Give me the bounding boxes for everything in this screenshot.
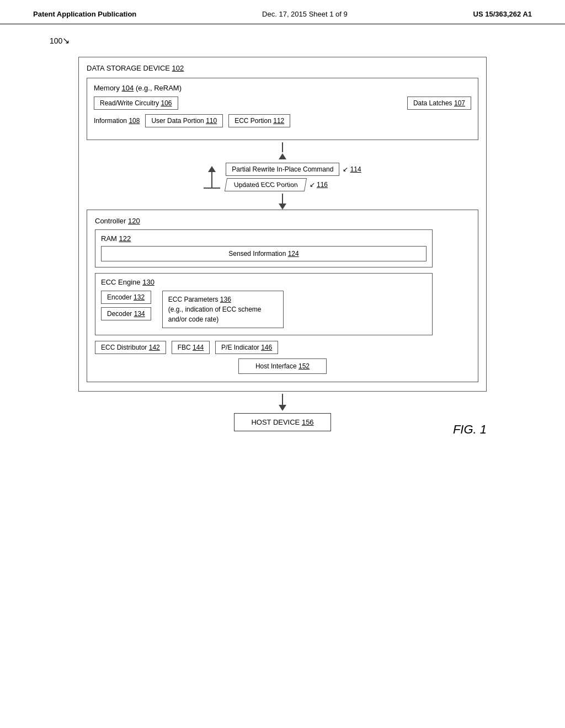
fbc-ref: 144 [193,344,204,351]
controller-box: Controller 120 RAM 122 Sensed Informatio… [87,210,478,382]
fbc-box: FBC 144 [172,341,210,354]
controller-ref: 120 [128,217,140,225]
figure-number-label: 100↘ [50,35,521,46]
pie-indicator-box: P/E Indicator 146 [215,341,278,354]
prc-wavy: ↙ 114 [343,165,361,173]
prc-boxes: Partial Rewrite In-Place Command ↙ 114 U… [226,163,361,191]
controller-bottom-row: ECC Distributor 142 FBC 144 P/E Indicato… [95,341,470,354]
sensed-info-ref: 124 [288,250,299,258]
prc-row1: Partial Rewrite In-Place Command ↙ 114 [226,163,361,176]
sensed-info-box: Sensed Information 124 [101,246,427,261]
prc-row2: Updated ECC Portion ↙ 116 [226,178,361,191]
mid-arrow-section: Partial Rewrite In-Place Command ↙ 114 U… [87,140,478,210]
ecc-params-area: ECC Parameters 136 (e.g., indication of … [162,291,284,328]
host-interface-box: Host Interface 152 [238,358,327,374]
host-device-label: HOST DEVICE [251,418,300,426]
user-data-label: User Data Portion [151,117,204,125]
down-arrowhead [279,204,286,210]
ecc-params-label: ECC Parameters [168,296,218,303]
left-branch [204,166,220,189]
fig-caption: FIG. 1 [453,422,487,437]
updated-ecc-label: Updated ECC Portion [233,181,299,189]
up-arrowhead [279,153,286,159]
up-line [282,142,283,152]
ext-arrow-section [78,392,487,413]
ecc-distributor-box: ECC Distributor 142 [95,341,166,354]
memory-box: Memory 104 (e.g., ReRAM) Read/Write Circ… [87,78,478,140]
encoder-ref: 132 [134,293,145,301]
memory-label: Memory [94,84,120,92]
ecc-distributor-label: ECC Distributor [101,344,147,351]
down-line [282,194,283,204]
ecc-params-ref: 136 [220,296,231,303]
updated-ecc-box: Updated ECC Portion [225,178,307,191]
ecc-params-sub: (e.g., indication of ECC scheme and/or c… [168,306,262,323]
dsd-box: DATA STORAGE DEVICE 102 Memory 104 (e.g.… [78,57,487,392]
data-latches-label: Data Latches [413,99,452,107]
memory-sub: (e.g., ReRAM) [136,84,182,92]
host-device-ref: 156 [302,418,314,426]
branch-h-line [204,188,220,189]
sensed-info-label: Sensed Information [228,250,286,258]
ecc-inner: Encoder 132 Decoder 134 ECC Parameters 1… [101,291,427,328]
host-interface-row: Host Interface 152 [95,358,470,374]
page-header: Patent Application Publication Dec. 17, … [0,0,565,24]
memory-row2: Information 108 User Data Portion 110 EC… [94,114,471,127]
ecc-engine-ref: 130 [142,278,154,286]
information-label: Information 108 [94,117,140,125]
fig-arrow: ↘ [62,36,70,45]
memory-ref: 104 [122,84,134,92]
pie-indicator-label: P/E Indicator [221,344,259,351]
ecc-portion-label: ECC Portion [234,117,271,125]
ecc-portion-box: ECC Portion 112 [228,114,290,127]
ram-title: RAM 122 [101,234,427,243]
header-center: Dec. 17, 2015 Sheet 1 of 9 [262,10,348,18]
controller-label: Controller [95,217,126,225]
ecc-engine-label: ECC Engine [101,278,141,286]
fig-num-text: 100 [50,36,62,45]
header-right: US 15/363,262 A1 [473,10,532,18]
ecc-portion-ref: 112 [273,117,284,125]
decoder-label: Decoder [107,310,132,318]
memory-row1: Read/Write Circuitry 106 Data Latches 10… [94,97,471,110]
fbc-label: FBC [178,344,191,351]
decoder-ref: 134 [134,310,145,318]
rw-circuitry-ref: 106 [161,99,172,107]
ecc-left: Encoder 132 Decoder 134 [101,291,151,320]
host-device-box: HOST DEVICE 156 [234,413,331,431]
ecc-engine-title: ECC Engine 130 [101,278,427,286]
ram-box: RAM 122 Sensed Information 124 [95,229,433,267]
ecc-distributor-ref: 142 [149,344,160,351]
branch-line [211,172,212,188]
partial-rewrite-label: Partial Rewrite In-Place Command [232,165,333,173]
page: Patent Application Publication Dec. 17, … [0,0,565,728]
pie-indicator-ref: 146 [261,344,272,351]
content-area: 100↘ DATA STORAGE DEVICE 102 Memory 104 … [0,24,565,453]
ext-line-up [282,394,283,405]
memory-title: Memory 104 (e.g., ReRAM) [94,84,471,92]
diagram-wrapper: DATA STORAGE DEVICE 102 Memory 104 (e.g.… [78,57,487,431]
decoder-box: Decoder 134 [101,307,151,320]
prc-area: Partial Rewrite In-Place Command ↙ 114 U… [87,163,478,191]
rw-circuitry-label: Read/Write Circuitry [100,99,159,107]
host-interface-label: Host Interface [255,362,297,370]
ram-ref: 122 [119,234,131,243]
encoder-box: Encoder 132 [101,291,151,304]
dsd-label: DATA STORAGE DEVICE [87,64,170,72]
user-data-box: User Data Portion 110 [145,114,223,127]
data-latches-box: Data Latches 107 [407,97,471,110]
encoder-label: Encoder [107,293,132,301]
ext-arrowhead [279,405,286,411]
controller-title: Controller 120 [95,217,470,225]
data-latches-ref: 107 [454,99,465,107]
ecc-engine-box: ECC Engine 130 Encoder 132 Decoder 134 [95,273,433,335]
rw-circuitry-box: Read/Write Circuitry 106 [94,97,178,110]
user-data-ref: 110 [206,117,217,125]
branch-arrowhead [208,166,216,172]
up-arrow-row [282,142,283,152]
partial-rewrite-box: Partial Rewrite In-Place Command [226,163,339,176]
dsd-title: DATA STORAGE DEVICE 102 [87,64,478,72]
ecc-params-box: ECC Parameters 136 (e.g., indication of … [162,291,284,328]
host-interface-ref: 152 [299,362,310,370]
header-left: Patent Application Publication [33,10,136,18]
